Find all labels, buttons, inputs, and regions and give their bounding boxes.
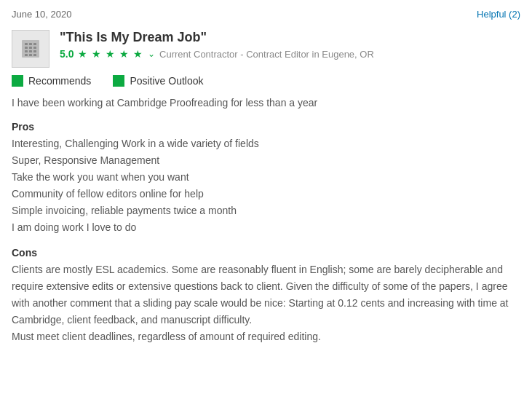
rating-row: 5.0 ★ ★ ★ ★ ★ ⌄ Current Contractor - Con… <box>60 48 520 60</box>
cons-label: Cons <box>12 247 520 259</box>
cons-section: Cons Clients are mostly ESL academics. S… <box>12 247 520 345</box>
svg-rect-9 <box>33 50 36 52</box>
pros-label: Pros <box>12 121 520 133</box>
svg-rect-6 <box>33 47 36 49</box>
svg-rect-1 <box>25 43 28 45</box>
helpful-link[interactable]: Helpful (2) <box>477 9 520 20</box>
svg-rect-2 <box>29 43 32 45</box>
rating-dropdown-icon[interactable]: ⌄ <box>148 49 155 59</box>
cons-text-content: Clients are mostly ESL academics. Some a… <box>12 264 509 326</box>
reviewer-type: Current Contractor - Contract Editor in … <box>159 49 374 60</box>
pros-item-3: Take the work you want when you want <box>12 169 520 186</box>
svg-rect-8 <box>29 50 32 52</box>
positive-outlook-icon <box>113 75 124 87</box>
recommends-icon <box>12 75 23 87</box>
review-title: "This Is My Dream Job" <box>60 30 520 45</box>
svg-rect-7 <box>25 50 28 52</box>
badge-positive-outlook: Positive Outlook <box>113 75 203 87</box>
pros-item-1: Interesting, Challenging Work in a wide … <box>12 135 520 152</box>
badge-positive-outlook-label: Positive Outlook <box>130 75 203 87</box>
svg-rect-10 <box>25 54 28 56</box>
pros-item-6: I am doing work I love to do <box>12 219 520 236</box>
review-summary: I have been working at Cambridge Proofre… <box>12 95 520 111</box>
pros-item-5: Simple invoicing, reliable payments twic… <box>12 202 520 219</box>
badge-recommends-label: Recommends <box>28 75 91 87</box>
pros-item-2: Super, Responsive Management <box>12 152 520 169</box>
top-bar: June 10, 2020 Helpful (2) <box>12 9 520 20</box>
svg-rect-3 <box>33 43 36 45</box>
badge-recommends: Recommends <box>12 75 91 87</box>
company-logo <box>12 30 49 68</box>
badges-row: Recommends Positive Outlook <box>12 75 520 87</box>
pros-item-4: Community of fellow editors online for h… <box>12 186 520 202</box>
review-title-section: "This Is My Dream Job" 5.0 ★ ★ ★ ★ ★ ⌄ C… <box>60 30 520 60</box>
svg-rect-12 <box>33 54 36 56</box>
cons-text-2: Must meet client deadlines, regardless o… <box>12 328 520 345</box>
review-date: June 10, 2020 <box>12 9 71 20</box>
review-header: "This Is My Dream Job" 5.0 ★ ★ ★ ★ ★ ⌄ C… <box>12 30 520 68</box>
svg-rect-5 <box>29 47 32 49</box>
svg-rect-4 <box>25 47 28 49</box>
cons-text-1: Clients are mostly ESL academics. Some a… <box>12 261 520 328</box>
svg-rect-11 <box>29 54 32 56</box>
rating-number: 5.0 <box>60 48 74 60</box>
pros-section: Pros Interesting, Challenging Work in a … <box>12 121 520 237</box>
star-icons: ★ ★ ★ ★ ★ <box>78 48 143 60</box>
